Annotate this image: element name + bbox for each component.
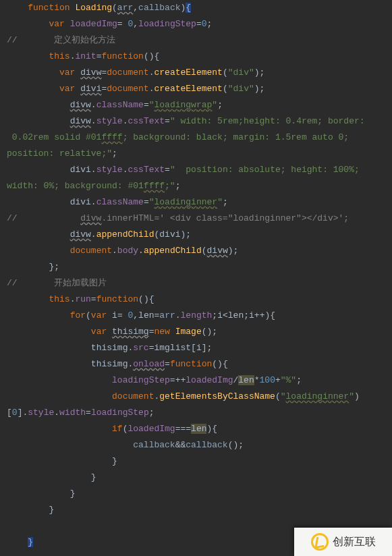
code-line[interactable]: } bbox=[0, 502, 392, 518]
code-token: .innerHTML=' <div class="loadinginner"><… bbox=[101, 213, 349, 223]
code-token bbox=[7, 294, 49, 304]
code-line[interactable]: } bbox=[0, 453, 392, 470]
code-token: loadingStep bbox=[138, 19, 196, 29]
code-token: this bbox=[49, 51, 69, 61]
code-line[interactable]: 0.02rem solid #01ffff; background: black… bbox=[0, 130, 392, 146]
code-line[interactable]: this.init=function(){ bbox=[0, 49, 392, 65]
code-token: ; bbox=[260, 67, 265, 78]
code-token: i bbox=[196, 343, 202, 353]
code-line[interactable]: callback&&callback(); bbox=[0, 437, 392, 453]
code-line[interactable]: divw.className="loadingwrap"; bbox=[0, 97, 392, 113]
code-line[interactable]: }; bbox=[0, 259, 392, 275]
code-token: ) bbox=[254, 84, 260, 94]
code-token: appendChild bbox=[144, 246, 202, 256]
code-token: ; bbox=[260, 84, 265, 94]
code-line[interactable]: divw.style.cssText=" width: 5rem;height:… bbox=[0, 113, 392, 130]
code-token: arr bbox=[159, 310, 175, 321]
code-token: width: 0%; background: #01 bbox=[7, 181, 144, 191]
code-token: className bbox=[96, 100, 144, 110]
code-token: callback bbox=[133, 440, 175, 450]
code-token: length bbox=[181, 310, 213, 321]
code-token: function bbox=[170, 359, 212, 369]
code-token: style bbox=[28, 408, 54, 418]
code-token: callback bbox=[138, 3, 180, 13]
code-token: } bbox=[112, 456, 117, 466]
code-token: // 开始加载图片 bbox=[7, 278, 107, 288]
code-token: [ bbox=[191, 343, 196, 353]
code-token bbox=[7, 505, 49, 515]
code-token: document bbox=[107, 84, 148, 94]
code-line[interactable]: // divw.innerHTML=' <div class="loadingi… bbox=[0, 211, 392, 227]
code-token: . bbox=[91, 197, 96, 207]
code-token: < bbox=[223, 310, 228, 321]
code-token bbox=[7, 327, 91, 337]
code-line[interactable]: this.run=function(){ bbox=[0, 291, 392, 308]
code-token bbox=[7, 51, 49, 61]
code-token: ; background: black; margin: 1.5rem auto… bbox=[123, 132, 349, 142]
code-line[interactable]: } bbox=[0, 486, 392, 502]
code-token: . bbox=[91, 116, 96, 126]
code-line[interactable]: var divi=document.createElement("div"); bbox=[0, 81, 392, 97]
code-token: { bbox=[212, 424, 217, 434]
code-editor[interactable]: function Loading(arr,callback){ var load… bbox=[0, 0, 392, 551]
code-token: = bbox=[165, 165, 170, 175]
code-line[interactable]: // 开始加载图片 bbox=[0, 275, 392, 291]
code-token: init bbox=[75, 51, 96, 61]
code-line[interactable]: var thisimg=new Image(); bbox=[0, 324, 392, 340]
code-line[interactable]: divi.style.cssText=" position: absolute;… bbox=[0, 162, 392, 178]
code-token: = bbox=[170, 375, 175, 385]
code-token bbox=[7, 391, 112, 401]
code-line[interactable]: thisimg.src=imglist[i]; bbox=[0, 340, 392, 356]
code-token: = bbox=[144, 100, 149, 110]
code-token: " bbox=[217, 197, 223, 207]
code-token: var bbox=[59, 67, 80, 78]
code-line[interactable]: divw.appendChild(divi); bbox=[0, 227, 392, 243]
code-token bbox=[7, 197, 70, 207]
code-token: loadingStep bbox=[112, 375, 170, 385]
code-line[interactable]: [0].style.width=loadingStep; bbox=[0, 405, 392, 421]
code-line[interactable]: document.body.appendChild(divw); bbox=[0, 243, 392, 259]
code-line[interactable]: width: 0%; background: #01ffff;"; bbox=[0, 178, 392, 194]
code-token: 0.02rem solid #01 bbox=[7, 132, 101, 142]
code-token bbox=[7, 246, 70, 256]
code-token: () bbox=[138, 294, 149, 304]
code-token: i bbox=[217, 310, 223, 321]
code-token: function bbox=[101, 51, 143, 61]
code-line[interactable]: var divw=document.createElement("div"); bbox=[0, 65, 392, 81]
code-token: && bbox=[175, 440, 186, 450]
code-token: = bbox=[91, 294, 96, 304]
code-line[interactable]: for(var i= 0,len=arr.length;i<len;i++){ bbox=[0, 308, 392, 324]
code-token: " bbox=[212, 100, 217, 110]
code-token: [ bbox=[7, 408, 12, 418]
code-token: ( bbox=[202, 246, 207, 256]
code-line[interactable]: function Loading(arr,callback){ bbox=[0, 0, 392, 16]
code-token: getElementsByClassName bbox=[159, 391, 275, 401]
code-line[interactable]: var loadedImg= 0,loadingStep=0; bbox=[0, 16, 392, 32]
code-token bbox=[7, 3, 28, 13]
code-token: ; bbox=[186, 229, 191, 240]
code-line[interactable]: document.getElementsByClassName("loading… bbox=[0, 389, 392, 405]
code-line[interactable]: divi.className="loadinginner"; bbox=[0, 194, 392, 211]
code-line[interactable]: position: relative;"; bbox=[0, 146, 392, 162]
code-line[interactable]: thisimg.onload=function(){ bbox=[0, 356, 392, 372]
code-token: * bbox=[254, 375, 260, 385]
code-token: len bbox=[191, 424, 206, 434]
code-token bbox=[7, 262, 49, 272]
code-token: // bbox=[7, 213, 80, 223]
code-token: ; bbox=[207, 343, 213, 353]
code-token: = bbox=[196, 19, 202, 29]
code-token: position: relative;" bbox=[7, 148, 112, 159]
code-line[interactable]: } bbox=[0, 470, 392, 486]
code-token: thisimg bbox=[112, 327, 149, 337]
code-line[interactable]: // 定义初始化方法 bbox=[0, 32, 392, 49]
code-token: divw bbox=[70, 229, 91, 240]
code-line[interactable]: loadingStep=++loadedImg/len*100+"%"; bbox=[0, 372, 392, 389]
code-token: ) bbox=[354, 391, 360, 401]
code-token: divw bbox=[80, 67, 101, 78]
code-token: } bbox=[49, 505, 54, 515]
code-token: ( bbox=[223, 67, 228, 78]
code-token: onload bbox=[133, 359, 165, 369]
code-token: divi bbox=[159, 229, 180, 240]
code-line[interactable]: if(loadedImg===len){ bbox=[0, 421, 392, 437]
code-token: = bbox=[165, 359, 170, 369]
